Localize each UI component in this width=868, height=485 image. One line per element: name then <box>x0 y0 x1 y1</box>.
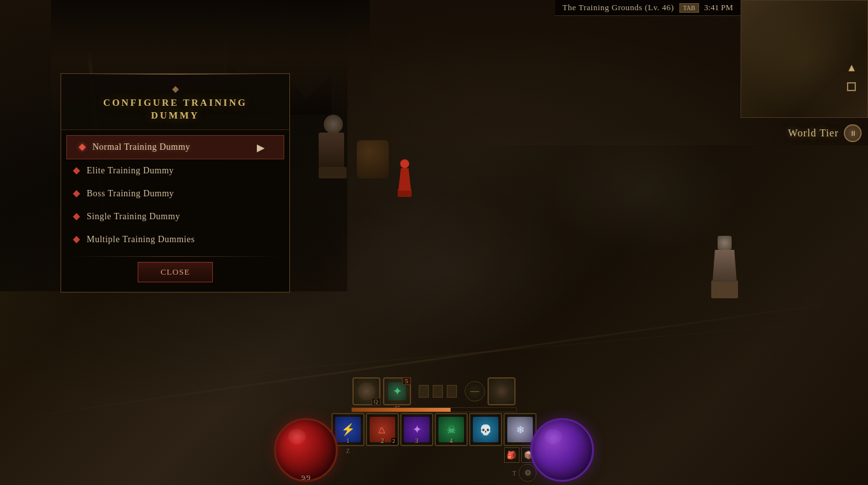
option-single[interactable]: Single Training Dummy <box>61 205 289 228</box>
skill-1-key: 1 <box>347 437 350 444</box>
player-character <box>395 159 414 198</box>
key-label-3 <box>435 447 468 463</box>
right-action-btn[interactable]: ⚙ <box>519 464 537 482</box>
charge-3 <box>447 385 457 398</box>
health-orb: 9/9 <box>274 418 338 482</box>
main-skill-5[interactable]: 💀 <box>469 413 502 446</box>
skill-4-key: 4 <box>450 437 453 444</box>
title-decoration: ◆ <box>74 83 277 94</box>
option-single-label: Single Training Dummy <box>87 212 180 222</box>
key-label-1 <box>366 447 399 463</box>
utility-skills-row: Q ✦ 5 46 — <box>352 377 516 405</box>
option-elite[interactable]: Elite Training Dummy <box>61 159 289 182</box>
mana-orb <box>530 418 594 482</box>
skill-5-icon: 💀 <box>473 417 498 442</box>
diamond-icon-multiple <box>73 236 80 243</box>
t-key-label: T <box>512 470 516 477</box>
inventory-btn-1[interactable]: 🎒 <box>504 447 519 463</box>
minimap-player-marker <box>848 65 855 71</box>
close-button[interactable]: Close <box>138 262 213 282</box>
barrel <box>357 140 389 178</box>
modal-title: CONFIGURE TRAINING DUMMY <box>74 97 277 122</box>
right-action-row: T ⚙ <box>331 464 537 482</box>
skill-3-key: 3 <box>416 437 419 444</box>
health-value: 9/9 <box>276 474 336 481</box>
modal-body: Normal Training Dummy ▶ Elite Training D… <box>61 129 290 293</box>
resource-bar-fill <box>352 408 451 412</box>
world-tier-section: World Tier <box>788 124 862 142</box>
option-boss[interactable]: Boss Training Dummy <box>61 182 289 205</box>
utility-right-icon <box>493 382 510 400</box>
skill-bar: Q ✦ 5 46 — <box>331 377 537 482</box>
dash-icon: — <box>470 386 479 396</box>
minimap-building-icon <box>847 82 856 91</box>
option-multiple[interactable]: Multiple Training Dummies <box>61 228 289 251</box>
main-skills-row: ⚡ 1 🜂 2 2 ✦ 3 ☠ <box>331 413 537 446</box>
action-button-dash[interactable]: — <box>465 381 485 402</box>
cursor-icon: ▶ <box>257 141 264 154</box>
active-skill-icon: ✦ <box>388 382 406 400</box>
charge-1 <box>419 385 429 398</box>
minimap[interactable] <box>741 0 868 118</box>
world-tier-label: World Tier <box>788 127 839 139</box>
resource-bar <box>351 407 517 412</box>
utility-skill-q[interactable]: Q <box>352 377 380 405</box>
skill-2-key: 2 <box>381 437 384 444</box>
main-skill-3[interactable]: ✦ 3 <box>400 413 433 446</box>
diamond-icon-elite <box>73 167 80 174</box>
hud-top-bar: The Training Grounds (Lv. 46) TAB 3:41 P… <box>555 0 741 16</box>
fog-1 <box>319 191 574 351</box>
charge-2 <box>433 385 443 398</box>
option-boss-label: Boss Training Dummy <box>87 189 174 199</box>
main-skill-2[interactable]: 🜂 2 2 <box>366 413 399 446</box>
statue <box>319 115 347 178</box>
key-label-4 <box>469 447 502 463</box>
option-normal-label: Normal Training Dummy <box>92 142 191 152</box>
modal-title-area: ◆ CONFIGURE TRAINING DUMMY <box>61 73 290 129</box>
option-elite-label: Elite Training Dummy <box>87 166 174 176</box>
tab-badge: TAB <box>679 3 699 13</box>
skill-2-count: 2 <box>391 438 397 444</box>
option-normal[interactable]: Normal Training Dummy ▶ <box>66 135 284 159</box>
modal-divider <box>71 256 280 257</box>
main-skill-4[interactable]: ☠ 4 <box>435 413 468 446</box>
skill-number-keys: Z 🎒 📦 <box>331 447 537 463</box>
diamond-icon-boss <box>73 190 80 197</box>
action-icon: ⚙ <box>524 468 532 478</box>
close-button-area: Close <box>61 262 289 282</box>
configure-dummy-modal: ◆ CONFIGURE TRAINING DUMMY Normal Traini… <box>61 73 290 293</box>
utility-skill-active[interactable]: ✦ 5 46 <box>383 377 411 405</box>
bottom-hud: 9/9 Q ✦ 5 46 <box>0 421 868 485</box>
diamond-icon-normal <box>78 143 85 150</box>
world-tier-button[interactable] <box>844 124 862 142</box>
npc-armored <box>709 236 741 300</box>
utility-skill-q-key: Q <box>372 398 381 405</box>
key-label-2 <box>400 447 433 463</box>
utility-skill-right[interactable] <box>488 377 516 405</box>
diamond-icon-single <box>73 213 80 220</box>
option-multiple-label: Multiple Training Dummies <box>87 235 195 245</box>
location-label: The Training Grounds (Lv. 46) <box>563 3 674 13</box>
resource-bar-track <box>351 407 517 412</box>
skill-6-icon: ❄ <box>507 417 533 442</box>
active-skill-level: 5 <box>402 377 411 385</box>
skill-charge-indicators <box>419 385 457 398</box>
game-time: 3:41 PM <box>704 3 733 13</box>
